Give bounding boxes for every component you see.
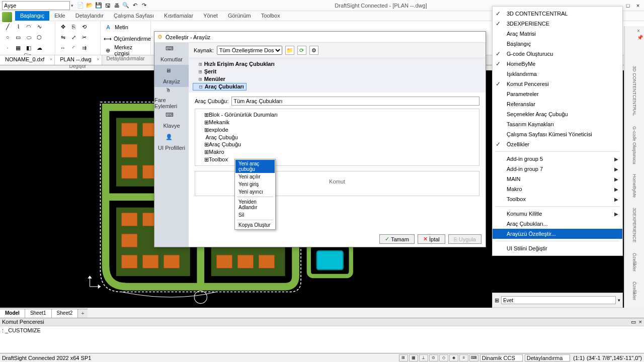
tree-node-toolbars[interactable]: ⊟Araç Çubukları <box>193 83 247 90</box>
new-icon[interactable]: 📄 <box>76 2 85 10</box>
menu-makro[interactable]: Makro▶ <box>493 184 622 194</box>
snap-icon[interactable]: ⊞ <box>399 354 408 361</box>
ribbon-tab-ekle[interactable]: Ekle <box>49 11 70 21</box>
app-icon[interactable] <box>2 12 12 22</box>
menu-ui-style[interactable]: UI Stilini Değiştir <box>493 243 622 253</box>
sheet-tab[interactable]: Sheet1 <box>25 309 52 318</box>
arc-icon[interactable]: ◠ <box>24 22 33 31</box>
sidebar-fare[interactable]: 🖱Fare Eylemleri <box>154 87 189 109</box>
ortho-icon[interactable]: ⊥ <box>419 354 428 361</box>
undo-icon[interactable]: ↶ <box>131 2 139 10</box>
ctx-new-sep[interactable]: Yeni ayırıcı <box>235 188 275 196</box>
folder-icon[interactable]: 📁 <box>285 46 294 55</box>
panel-pin-icon[interactable]: 📌 <box>637 35 643 40</box>
chevron-down-icon[interactable]: ▾ <box>618 298 620 303</box>
ribbon-tab-yonet[interactable]: Yönet <box>198 11 223 21</box>
ctx-new-toolbar[interactable]: Yeni araç çubuğu <box>235 160 275 173</box>
menu-toolbars[interactable]: Araç Çubukları... <box>493 219 622 229</box>
menu-tasarim[interactable]: Tasarım Kaynakları <box>493 119 622 129</box>
sheet-tab-model[interactable]: Model <box>0 309 25 318</box>
ribbon-tab-detaylandir[interactable]: Detaylandır <box>70 11 109 21</box>
dimension-icon[interactable]: ⟷ <box>104 34 112 43</box>
menu-3dx[interactable]: ✓3DEXPERIENCE <box>493 19 622 29</box>
add-sheet-button[interactable]: + <box>78 309 87 318</box>
doc-tab[interactable]: NONAME_0.dxf× <box>0 55 55 65</box>
prop-input[interactable] <box>501 296 616 304</box>
source-combo[interactable]: Tüm Özelleştirme Dosyaları <box>217 46 282 55</box>
redo-icon[interactable]: ↷ <box>140 2 148 10</box>
sidebar-komutlar[interactable]: ⌨Komutlar <box>154 43 189 65</box>
menu-lock[interactable]: Konumu Kilitle▶ <box>493 209 622 219</box>
print-icon[interactable]: 🖶 <box>113 2 121 10</box>
lwt-icon[interactable]: ≡ <box>459 354 468 361</box>
sidebar-klavye[interactable]: ⌨Klavye <box>154 109 189 131</box>
vtab-ozellikler[interactable]: Özellikler <box>630 248 638 276</box>
point-icon[interactable]: · <box>3 43 12 52</box>
polygon-icon[interactable]: ⬡ <box>35 33 44 42</box>
menu-addin5[interactable]: Add-in group 5▶ <box>493 154 622 164</box>
sidebar-arayuz[interactable]: 🖥Arayüz <box>154 65 189 87</box>
line-icon[interactable]: ╱ <box>3 22 12 31</box>
vtab-homebyme[interactable]: HomeByMe <box>630 169 638 202</box>
rotate-icon[interactable]: ⟲ <box>79 22 89 31</box>
menu-3dcc[interactable]: ✓3D CONTENTCENTRAL <box>493 9 622 19</box>
trim-icon[interactable]: ✂ <box>79 33 89 42</box>
panel-close-icon[interactable]: × <box>637 28 643 34</box>
polar-icon[interactable]: ⊙ <box>429 354 438 361</box>
tree-node[interactable]: ⊞Menüler <box>193 75 481 83</box>
menu-gcode[interactable]: ✓G-code Oluşturucu <box>493 49 622 59</box>
layer-combo[interactable] <box>2 1 70 10</box>
grid-icon[interactable]: ▦ <box>409 354 418 361</box>
scale-icon[interactable]: ⤢ <box>69 33 78 42</box>
ok-button[interactable]: ✓Tamam <box>379 234 415 244</box>
menu-homebyme[interactable]: ✓HomeByMe <box>493 59 622 69</box>
polyline-icon[interactable]: ⌇ <box>14 22 23 31</box>
ellipse-icon[interactable]: ⬭ <box>24 33 33 42</box>
ribbon-tab-kisitlamalar[interactable]: Kısıtlamalar <box>159 11 198 21</box>
ribbon-tab-calisma[interactable]: Çalışma Sayfası <box>109 11 159 21</box>
open-icon[interactable]: 📂 <box>86 2 94 10</box>
esnap-icon[interactable]: ◇ <box>439 354 448 361</box>
menu-main[interactable]: MAIN▶ <box>493 174 622 184</box>
fillet-icon[interactable]: ◜ <box>69 43 78 52</box>
region-icon[interactable]: ◧ <box>24 43 33 52</box>
copy-icon[interactable]: ⎘ <box>69 22 78 31</box>
menu-ozellikler[interactable]: ✓Özellikler <box>493 139 622 149</box>
cancel-button[interactable]: ✕İptal <box>418 234 445 244</box>
vtab-3dcc[interactable]: 3D CONTENTCENTRAL <box>630 61 638 121</box>
doc-max-button[interactable]: □ <box>624 3 632 9</box>
close-icon[interactable]: × <box>97 57 99 62</box>
ctx-new-flyout[interactable]: Yeni açılır <box>235 173 275 180</box>
vtab-ozellikler2[interactable]: Özellikler <box>630 277 638 305</box>
cloud-icon[interactable]: ☁ <box>35 43 44 52</box>
centerline-icon[interactable]: ⊕ <box>104 46 112 55</box>
tree-node[interactable]: ⊞Hızlı Erişim Araç Çubukları <box>193 60 481 68</box>
gear-icon[interactable]: ⚙ <box>309 46 318 55</box>
chevron-down-icon[interactable]: ▾ <box>71 3 73 8</box>
ribbon-tab-toolbox[interactable]: Toolbox <box>256 11 285 21</box>
ribbon-tab-baslangic[interactable]: Başlangıç <box>15 11 49 21</box>
toolbar-name-input[interactable] <box>231 97 479 106</box>
annotation-combo[interactable]: Detaylandırma <box>525 354 571 361</box>
menu-customize-ui[interactable]: Arayüzü Özelleştir... <box>493 229 622 239</box>
mirror-icon[interactable]: ⇋ <box>58 33 67 42</box>
tb-node[interactable]: ⊞Makro <box>197 148 477 156</box>
menu-parametreler[interactable]: Parametreler <box>493 89 622 99</box>
dynamic-ccs-combo[interactable]: Dinamik CCS <box>480 354 523 361</box>
qinput-icon[interactable]: ⌨ <box>469 354 478 361</box>
cmd-dock-icon[interactable]: ▭ <box>631 319 636 325</box>
menu-referanslar[interactable]: Referanslar <box>493 99 622 109</box>
tb-node[interactable]: ⊞Blok - Görünürlük Durumları <box>197 111 477 119</box>
menu-isiklandirma[interactable]: Işıklandırma <box>493 69 622 79</box>
menu-calisma[interactable]: Çalışma Sayfası Kümesi Yöneticisi <box>493 129 622 139</box>
menu-komutpenceresi[interactable]: ✓Komut Penceresi <box>493 79 622 89</box>
tb-node[interactable]: Araç Çubuğu <box>197 134 477 141</box>
cmd-close-icon[interactable]: × <box>639 319 642 325</box>
spline-icon[interactable]: ∿ <box>35 22 44 31</box>
etrack-icon[interactable]: ◈ <box>449 354 458 361</box>
menu-addin7[interactable]: Add-in group 7▶ <box>493 164 622 174</box>
extend-icon[interactable]: ↔ <box>58 43 67 52</box>
tb-node[interactable]: ⊞Mekanik <box>197 119 477 126</box>
saveall-icon[interactable]: 🖫 <box>104 2 112 10</box>
ribbon-tab-gorunum[interactable]: Görünüm <box>223 11 256 21</box>
